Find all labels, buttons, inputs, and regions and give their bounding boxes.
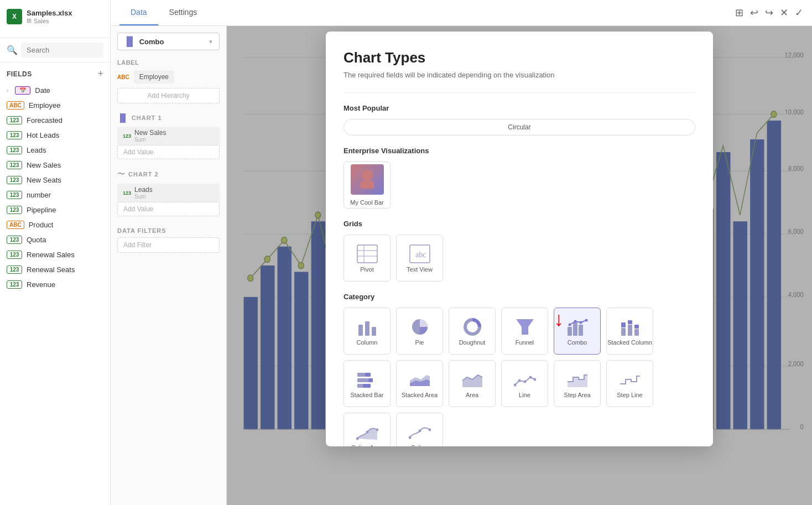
sidebar: X Samples.xlsx ⊞ Sales 🔍 Fields + › 📅 Da… [0, 0, 111, 505]
field-type-num: 123 [7, 191, 22, 199]
svg-rect-70 [365, 321, 369, 336]
enterprise-section-title: Enterprise Visualizations [343, 147, 695, 155]
dropdown-arrow-icon: ▼ [208, 39, 214, 45]
fields-header: Fields + [0, 63, 110, 83]
field-item-renewalsales[interactable]: 123 Renewal Sales [0, 247, 110, 262]
field-item-pipeline[interactable]: 123 Pipepline [0, 202, 110, 217]
field-item-forecasted[interactable]: 123 Forecasted [0, 113, 110, 128]
chart1-value-sub: Sum [134, 137, 166, 143]
close-icon[interactable]: ✕ [780, 7, 788, 19]
chart2-value[interactable]: 123 Leads Sum [117, 184, 220, 202]
search-bar[interactable]: 🔍 [0, 38, 110, 63]
textview-button[interactable]: abc Text View [396, 235, 443, 282]
field-item-hotleads[interactable]: 123 Hot Leads [0, 128, 110, 143]
area-icon [461, 369, 483, 389]
doughnut-label: Doughnut [459, 339, 486, 346]
stacked-column-chart-button[interactable]: Stacked Column [606, 308, 653, 355]
step-area-label: Step Area [564, 392, 590, 398]
check-icon[interactable]: ✓ [795, 7, 803, 19]
pie-chart-button[interactable]: Pie [396, 308, 443, 355]
field-item-quota[interactable]: 123 Quota [0, 232, 110, 247]
svg-rect-87 [634, 325, 639, 329]
svg-rect-86 [634, 329, 639, 336]
chart2-icon: 〜 [117, 169, 125, 179]
chart1-label: CHART 1 [132, 114, 162, 121]
field-item-leads[interactable]: 123 Leads [0, 143, 110, 158]
spline-chart-button[interactable]: Spline [396, 413, 443, 446]
add-fields-button[interactable]: + [97, 68, 103, 80]
chart1-icon: ▐▌ [117, 113, 128, 122]
file-subtitle: ⊞ Sales [27, 17, 72, 24]
enterprise-mycoolbar-button[interactable]: My Cool Bar [343, 162, 391, 209]
funnel-chart-button[interactable]: Funnel [501, 308, 548, 355]
svg-rect-90 [357, 378, 368, 382]
stacked-bar-chart-button[interactable]: Stacked Bar [343, 360, 391, 407]
add-filter-button[interactable]: Add Filter [117, 237, 220, 253]
svg-rect-85 [628, 320, 632, 324]
chart1-value-type: 123 [123, 133, 131, 139]
employee-chip[interactable]: Employee [134, 70, 174, 84]
stacked-area-icon [409, 369, 431, 389]
svg-rect-62 [361, 181, 374, 189]
sidebar-header: X Samples.xlsx ⊞ Sales [0, 0, 110, 38]
data-filters-section: DATA FILTERS Add Filter [117, 227, 220, 253]
pivot-label: Pivot [360, 266, 373, 273]
field-type-num: 123 [7, 251, 22, 259]
chart-types-modal: Chart Types The required fields will be … [326, 32, 713, 446]
pivot-button[interactable]: Pivot [343, 235, 391, 282]
grid-view-icon[interactable]: ⊞ [735, 7, 743, 19]
field-name-newsales: New Sales [27, 161, 61, 169]
doughnut-chart-button[interactable]: Doughnut [449, 308, 496, 355]
tab-settings[interactable]: Settings [158, 0, 209, 25]
stacked-bar-label: Stacked Bar [351, 392, 384, 398]
chart1-value[interactable]: 123 New Sales Sum [117, 127, 220, 145]
pivot-icon [356, 244, 378, 264]
svg-rect-84 [628, 325, 632, 336]
column-chart-button[interactable]: Column [343, 308, 391, 355]
field-type-date: 📅 [15, 86, 30, 95]
svg-rect-82 [621, 328, 626, 336]
line-chart-button[interactable]: Line [501, 360, 548, 407]
circular-tag-button[interactable]: Circular [343, 119, 695, 136]
area-label: Area [466, 392, 478, 398]
pie-icon [409, 317, 431, 337]
field-item-renewalseats[interactable]: 123 Renewal Seats [0, 262, 110, 277]
combo-chart-icon: ▐▌ [123, 37, 136, 46]
undo-icon[interactable]: ↩ [750, 7, 758, 19]
chart1-add-value-button[interactable]: Add Value [117, 145, 220, 159]
combo-icon [566, 317, 589, 337]
field-name-number: number [27, 191, 51, 199]
field-item-date[interactable]: › 📅 Date [0, 83, 110, 98]
line-label: Line [519, 392, 530, 398]
spline-area-icon [356, 422, 378, 442]
field-type-num: 123 [7, 280, 22, 289]
field-item-product[interactable]: ABC Product [0, 217, 110, 232]
tab-data[interactable]: Data [119, 0, 158, 25]
expand-arrow-icon: › [7, 87, 8, 93]
chart2-add-value-button[interactable]: Add Value [117, 202, 220, 216]
step-line-chart-button[interactable]: Step Line [606, 360, 653, 407]
search-input[interactable] [21, 43, 103, 58]
field-item-newseats[interactable]: 123 New Seats [0, 173, 110, 188]
field-item-revenue[interactable]: 123 Revenue [0, 277, 110, 292]
combo-selector[interactable]: ▐▌ Combo ▼ [117, 33, 220, 50]
chart-area: 12,000 10,000 8,000 6,000 4,000 2,000 0 [227, 26, 812, 505]
field-item-newsales[interactable]: 123 New Sales [0, 158, 110, 173]
field-item-employee[interactable]: ABC Employee [0, 98, 110, 113]
content-layout: ▐▌ Combo ▼ LABEL ABC Employee Add Hierar… [111, 26, 812, 505]
category-section-title: Category [343, 293, 695, 301]
stacked-area-chart-button[interactable]: Stacked Area [396, 360, 443, 407]
step-line-label: Step Line [617, 392, 642, 398]
step-area-chart-button[interactable]: Step Area [554, 360, 601, 407]
svg-point-100 [529, 376, 532, 378]
modal-subtitle: The required fields will be indicated de… [343, 71, 695, 79]
field-type-num: 123 [7, 131, 22, 139]
field-name-leads: Leads [27, 146, 46, 154]
area-chart-button[interactable]: Area [449, 360, 496, 407]
combo-chart-button[interactable]: Combo [554, 308, 601, 355]
redo-icon[interactable]: ↪ [765, 7, 773, 19]
add-hierarchy-button[interactable]: Add Hierarchy [117, 88, 220, 103]
field-item-number[interactable]: 123 number [0, 188, 110, 202]
spline-area-chart-button[interactable]: Spline Area [343, 413, 391, 446]
svg-point-107 [418, 429, 421, 432]
